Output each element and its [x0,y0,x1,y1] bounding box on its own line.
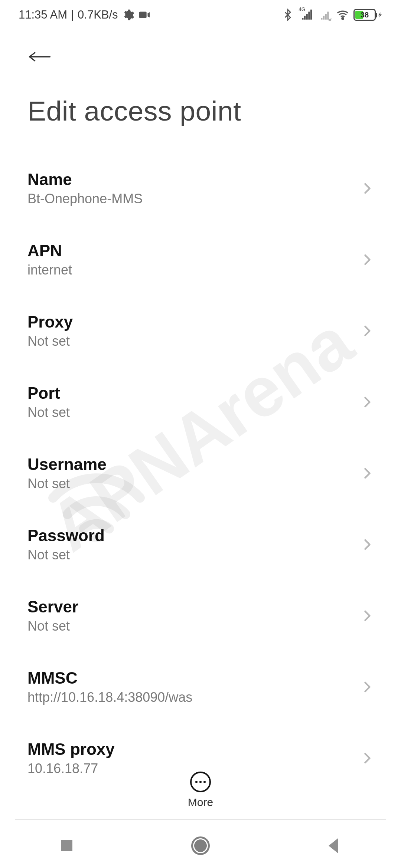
bottom-divider [15,819,386,820]
row-mmsc[interactable]: MMSC http://10.16.18.4:38090/was [0,651,401,723]
charging-icon [377,9,383,21]
chevron-right-icon [360,680,374,694]
row-title: Password [27,526,105,545]
row-sub: Bt-Onephone-MMS [27,191,143,207]
chevron-right-icon [360,609,374,622]
row-title: MMS proxy [27,740,115,759]
row-password[interactable]: Password Not set [0,509,401,580]
svg-point-1 [342,18,344,20]
more-button[interactable]: More [188,772,213,809]
row-port[interactable]: Port Not set [0,366,401,438]
status-bar: 11:35 AM | 0.7KB/s 4G 38 [0,0,401,30]
row-title: Server [27,598,78,616]
row-sub: Not set [27,405,70,420]
row-title: Username [27,455,107,474]
wifi-icon [336,9,349,21]
row-username[interactable]: Username Not set [0,438,401,509]
status-speed: 0.7KB/s [78,8,118,22]
row-apn[interactable]: APN internet [0,224,401,295]
nav-back-button[interactable] [323,835,345,857]
chevron-right-icon [360,538,374,551]
settings-list: Name Bt-Onephone-MMS APN internet Proxy … [0,131,401,794]
row-sub: Not set [27,618,78,634]
more-icon [190,772,211,792]
chevron-right-icon [360,752,374,765]
chevron-right-icon [360,324,374,338]
row-server[interactable]: Server Not set [0,580,401,651]
chevron-right-icon [360,253,374,266]
status-left: 11:35 AM | 0.7KB/s [19,8,151,22]
signal-4g-icon: 4G [299,9,315,21]
row-proxy[interactable]: Proxy Not set [0,295,401,366]
row-title: Proxy [27,313,73,331]
row-sub: internet [27,262,72,278]
video-icon [138,9,151,21]
back-button[interactable] [27,45,52,69]
svg-rect-2 [61,840,72,851]
row-sub: http://10.16.18.4:38090/was [27,690,192,705]
row-sub: Not set [27,476,107,491]
nav-home-button[interactable] [189,835,212,857]
row-title: APN [27,241,72,260]
status-sep: | [71,8,74,22]
row-sub: Not set [27,547,105,563]
row-title: Name [27,170,143,189]
row-title: Port [27,384,70,402]
chevron-right-icon [360,467,374,480]
system-nav-bar [0,823,401,868]
battery-indicator: 38 [353,9,383,21]
nav-recents-button[interactable] [56,835,78,857]
bluetooth-icon [281,9,294,21]
status-right: 4G 38 [281,9,383,21]
signal-off-icon [319,9,332,21]
page-title: Edit access point [0,73,401,131]
chevron-right-icon [360,182,374,195]
row-title: MMSC [27,669,192,687]
row-sub: Not set [27,333,73,349]
status-time: 11:35 AM [19,8,67,22]
more-label: More [188,796,213,809]
chevron-right-icon [360,395,374,409]
gear-icon [122,9,134,21]
row-name[interactable]: Name Bt-Onephone-MMS [0,153,401,224]
